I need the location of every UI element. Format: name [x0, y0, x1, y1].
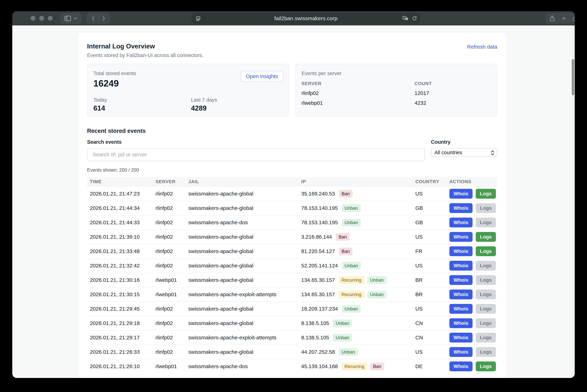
scrollbar-track[interactable]	[571, 26, 575, 378]
scrollbar-thumb[interactable]	[572, 59, 574, 95]
event-country: BR	[415, 277, 449, 283]
event-server: rlinfp02	[156, 248, 188, 254]
new-tab-icon[interactable]	[561, 16, 567, 21]
unban-badge: Unban	[333, 320, 352, 327]
logs-button[interactable]: Logs	[476, 275, 496, 285]
logs-button[interactable]: Logs	[476, 218, 496, 228]
event-ip: 134.65.30.157	[301, 292, 335, 298]
page-format-icon[interactable]	[195, 16, 201, 22]
column-header-jail: Jail	[188, 179, 301, 184]
logs-button[interactable]: Logs	[476, 347, 496, 357]
event-server: rlinfp02	[156, 334, 188, 340]
event-country: CN	[415, 334, 449, 340]
event-badges: Unban	[342, 204, 361, 212]
event-server: rlinfp02	[156, 320, 188, 326]
whois-button[interactable]: Whois	[449, 347, 472, 357]
today-label: Today	[93, 97, 191, 103]
table-row: 2026.01.21, 21:26:33 rlinfp02 swissmaker…	[87, 344, 497, 359]
event-server: rlwebp01	[156, 292, 188, 298]
whois-button[interactable]: Whois	[449, 246, 472, 256]
zoom-button[interactable]	[48, 16, 53, 21]
whois-button[interactable]: Whois	[449, 318, 472, 328]
logs-button[interactable]: Logs	[476, 246, 496, 256]
logs-button[interactable]: Logs	[476, 232, 496, 242]
table-row: 2026.01.21, 21:29:17 rlinfp02 swissmaker…	[87, 330, 497, 344]
ban-badge: Ban	[336, 233, 349, 241]
recent-events-title: Recent stored events	[87, 128, 497, 134]
column-header-actions: Actions	[449, 179, 497, 184]
whois-button[interactable]: Whois	[449, 362, 472, 371]
table-row: 2026.01.21, 21:26:10 rlwebp01 swissmaker…	[87, 359, 497, 374]
event-jail: swissmakers-apache-dos	[188, 364, 301, 369]
event-time: 2026.01.21, 21:39:10	[87, 234, 156, 240]
toolbar-right-buttons	[545, 13, 575, 24]
today-value: 614	[93, 104, 191, 112]
event-country: US	[415, 306, 449, 312]
whois-button[interactable]: Whois	[449, 232, 472, 242]
event-jail: swissmakers-apache-exploit-attempts	[188, 334, 301, 340]
event-country: US	[415, 263, 449, 269]
event-country: BR	[415, 292, 449, 298]
search-input[interactable]	[87, 148, 425, 161]
sidebar-toggle-group[interactable]	[60, 13, 82, 24]
event-time: 2026.01.21, 21:47:23	[87, 191, 156, 197]
logs-button[interactable]: Logs	[476, 189, 496, 199]
event-ip: 35.169.240.53	[301, 191, 335, 197]
event-time: 2026.01.21, 21:32:42	[87, 263, 156, 269]
whois-button[interactable]: Whois	[449, 304, 472, 314]
reload-button[interactable]	[412, 16, 417, 21]
unban-badge: Unban	[342, 262, 361, 270]
event-server: rlinfp02	[156, 234, 188, 240]
nav-buttons	[87, 13, 110, 24]
event-time: 2026.01.21, 21:26:10	[87, 364, 156, 369]
event-server: rlinfp02	[156, 349, 188, 355]
back-button[interactable]	[91, 16, 96, 21]
event-ip: 78.153.140.195	[301, 205, 338, 211]
server-name: rlinfp02	[302, 90, 415, 96]
table-row: 2026.01.21, 21:29:18 rlinfp02 swissmaker…	[87, 316, 497, 330]
sidebar-icon	[64, 15, 71, 22]
event-time: 2026.01.21, 21:26:33	[87, 349, 156, 355]
forward-button[interactable]	[101, 16, 106, 21]
event-ip: 78.153.140.195	[301, 220, 338, 226]
logs-button[interactable]: Logs	[476, 362, 496, 371]
event-server: rlinfp02	[156, 191, 188, 197]
whois-button[interactable]: Whois	[449, 203, 472, 213]
event-time: 2026.01.21, 21:33:48	[87, 248, 156, 254]
refresh-data-link[interactable]: Refresh data	[467, 44, 497, 50]
translate-button[interactable]: A 文	[402, 16, 408, 22]
logs-button[interactable]: Logs	[476, 261, 496, 270]
event-server: rlinfp02	[156, 205, 188, 211]
events-per-server-title: Events per server	[302, 70, 491, 76]
whois-button[interactable]: Whois	[449, 189, 472, 199]
page-subtitle: Events stored by Fail2ban-UI across all …	[87, 52, 497, 58]
whois-button[interactable]: Whois	[449, 218, 472, 228]
tab-overview-icon[interactable]	[572, 16, 575, 21]
chevron-down-icon	[73, 16, 78, 21]
logs-button[interactable]: Logs	[476, 318, 496, 328]
nav-divider	[98, 16, 99, 22]
unban-badge: Unban	[342, 305, 361, 313]
open-insights-button[interactable]: Open insights	[241, 71, 283, 82]
events-table-header: TimeServerJailIPCountryActions	[87, 177, 497, 186]
logs-button[interactable]: Logs	[476, 203, 496, 213]
event-badges: Ban	[339, 190, 352, 198]
window-controls	[31, 16, 53, 21]
svg-text:A: A	[404, 17, 405, 19]
minimize-button[interactable]	[39, 16, 44, 21]
address-bar[interactable]: fail2ban.swissmakers.corp A 文	[191, 13, 420, 24]
whois-button[interactable]: Whois	[449, 290, 472, 299]
whois-button[interactable]: Whois	[449, 261, 472, 270]
logs-button[interactable]: Logs	[476, 304, 496, 314]
whois-button[interactable]: Whois	[449, 333, 472, 342]
logs-button[interactable]: Logs	[476, 290, 496, 299]
whois-button[interactable]: Whois	[449, 275, 472, 285]
table-row: 2026.01.21, 21:30:15 rlwebp01 swissmaker…	[87, 287, 497, 302]
logs-button[interactable]: Logs	[476, 333, 496, 342]
share-icon[interactable]	[549, 15, 555, 22]
close-button[interactable]	[31, 16, 36, 21]
unban-badge: Unban	[367, 291, 386, 298]
country-select[interactable]: All countries	[431, 148, 497, 157]
table-row: 2026.01.21, 21:33:48 rlinfp02 swissmaker…	[87, 244, 497, 258]
unban-badge: Unban	[367, 276, 386, 284]
